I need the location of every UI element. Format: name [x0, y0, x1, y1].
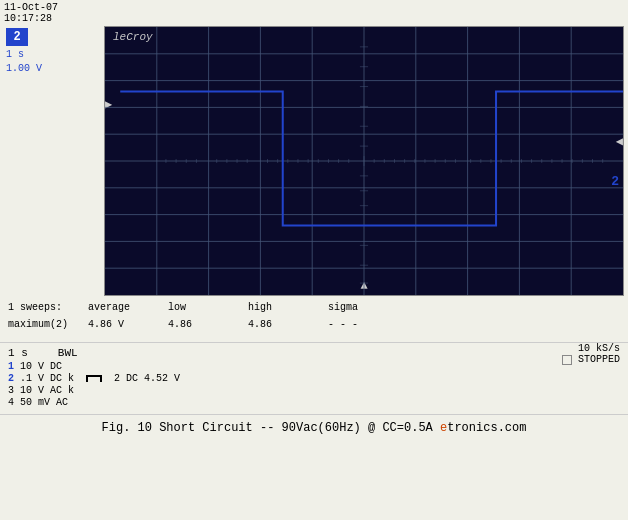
channel-rows: 1 10 V DC 2 .1 V DC k 2 DC 4.52 V 3 10 V…	[8, 361, 620, 408]
stopped-label: STOPPED	[578, 354, 620, 365]
low-label: low	[168, 300, 228, 315]
ch1-volt: 10	[20, 361, 32, 372]
timebase-bottom: 1 s	[8, 347, 28, 359]
ch3-extra: k	[68, 385, 74, 396]
caption-suffix: tronics.com	[447, 421, 526, 435]
average-val: 4.86 V	[88, 317, 148, 332]
ch2-row: 2 .1 V DC k 2 DC 4.52 V	[8, 373, 620, 384]
high-val: 4.86	[248, 317, 308, 332]
bwl-label: BWL	[58, 347, 78, 359]
ch1-unit: V	[38, 361, 44, 372]
sweeps-label: 1 sweeps:	[8, 300, 68, 315]
timebase-label: 1 s	[6, 48, 102, 62]
bottom-section: 1 s BWL 1 10 V DC 2 .1 V DC k 2 DC 4.52 …	[0, 342, 628, 412]
sigma-label: sigma	[328, 300, 388, 315]
ch3-volt: 10	[20, 385, 32, 396]
average-label: average	[88, 300, 148, 315]
ch3-unit: V	[38, 385, 44, 396]
ch3-row: 3 10 V AC k	[8, 385, 620, 396]
oscilloscope-screen: leCroy ▶ ◀ ▲ 2	[104, 26, 624, 296]
ch4-num: 4	[8, 397, 14, 408]
ch1-num: 1	[8, 361, 14, 372]
stats-area: 1 sweeps: average low high sigma maximum…	[0, 296, 628, 338]
channel-badge: 2	[6, 28, 28, 46]
ch2-num: 2	[8, 373, 14, 384]
low-val: 4.86	[168, 317, 228, 332]
caption-area: Fig. 10 Short Circuit -- 90Vac(60Hz) @ C…	[0, 414, 628, 437]
top-bar: 11-Oct-07 10:17:28	[0, 0, 628, 26]
ch2-volt: .1	[20, 373, 32, 384]
high-label: high	[248, 300, 308, 315]
right-status: 10 kS/s STOPPED	[562, 343, 620, 365]
ch4-row: 4 50 mV AC	[8, 397, 620, 408]
ch1-coupling: DC	[50, 361, 62, 372]
ch2-extra: k	[68, 373, 74, 384]
voltage-label: 1.00 V	[6, 62, 102, 76]
ch3-coupling: AC	[50, 385, 62, 396]
ch2-unit: V	[38, 373, 44, 384]
pulse-icon	[86, 375, 102, 382]
ch1-row: 1 10 V DC	[8, 361, 620, 372]
oscilloscope-grid	[105, 27, 623, 295]
ch4-coupling: AC	[56, 397, 68, 408]
ch2-detail: 2 DC 4.52 V	[114, 373, 180, 384]
sample-rate: 10 kS/s	[562, 343, 620, 354]
stopped-indicator	[562, 355, 572, 365]
stopped-row: STOPPED	[562, 354, 620, 365]
channel-info: 1 s 1.00 V	[6, 48, 102, 76]
caption-brand: e	[433, 421, 447, 435]
ch3-num: 3	[8, 385, 14, 396]
ch4-volt: 50	[20, 397, 32, 408]
sigma-val: - - -	[328, 317, 388, 332]
maximum-label: maximum(2)	[8, 317, 68, 332]
left-panel: 2 1 s 1.00 V	[4, 26, 104, 296]
date-time: 11-Oct-07 10:17:28	[4, 2, 58, 24]
ch4-unit: mV	[38, 397, 50, 408]
ch2-coupling: DC	[50, 373, 62, 384]
caption-text: Fig. 10 Short Circuit -- 90Vac(60Hz) @ C…	[102, 421, 433, 435]
bottom-row1: 1 s BWL	[8, 347, 620, 359]
